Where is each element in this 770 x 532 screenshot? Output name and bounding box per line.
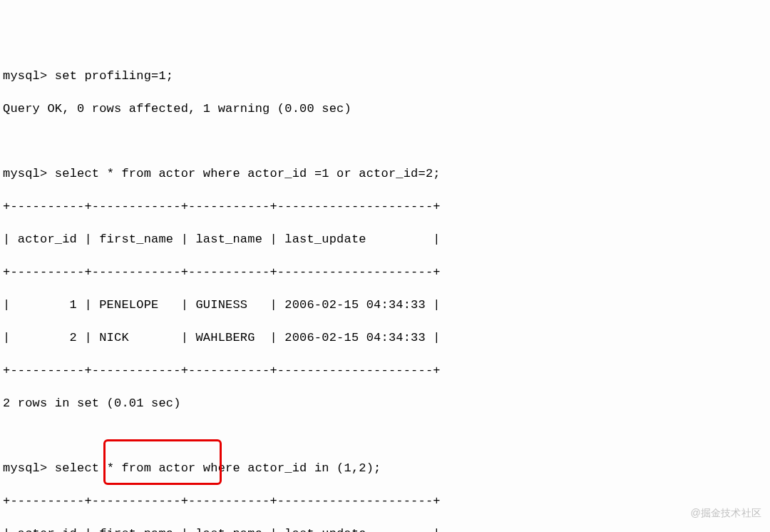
terminal-line: mysql> select * from actor where actor_i… bbox=[3, 166, 767, 183]
cmd-query1: select * from actor where actor_id =1 or… bbox=[55, 167, 441, 180]
cmd-query2: select * from actor where actor_id in (1… bbox=[55, 461, 381, 475]
response-rows: 2 rows in set (0.01 sec) bbox=[3, 396, 767, 412]
prompt: mysql> bbox=[3, 167, 47, 180]
terminal-line: mysql> select * from actor where actor_i… bbox=[3, 461, 767, 477]
table-header: | actor_id | first_name | last_name | la… bbox=[3, 526, 767, 532]
response-ok: Query OK, 0 rows affected, 1 warning (0.… bbox=[3, 101, 767, 118]
table-row: | 2 | NICK | WAHLBERG | 2006-02-15 04:34… bbox=[3, 330, 767, 347]
prompt: mysql> bbox=[3, 461, 47, 475]
table-border: +----------+------------+-----------+---… bbox=[3, 493, 767, 510]
terminal-line: mysql> set profiling=1; bbox=[3, 68, 767, 85]
watermark: @掘金技术社区 bbox=[690, 506, 761, 520]
table-row: | 1 | PENELOPE | GUINESS | 2006-02-15 04… bbox=[3, 297, 767, 314]
table-border: +----------+------------+-----------+---… bbox=[3, 363, 767, 379]
blank-line bbox=[3, 428, 767, 444]
blank-line bbox=[3, 134, 767, 150]
cmd-set-profiling: set profiling=1; bbox=[55, 69, 173, 83]
table-header: | actor_id | first_name | last_name | la… bbox=[3, 232, 767, 248]
prompt: mysql> bbox=[3, 69, 47, 83]
table-border: +----------+------------+-----------+---… bbox=[3, 199, 767, 215]
table-border: +----------+------------+-----------+---… bbox=[3, 265, 767, 281]
